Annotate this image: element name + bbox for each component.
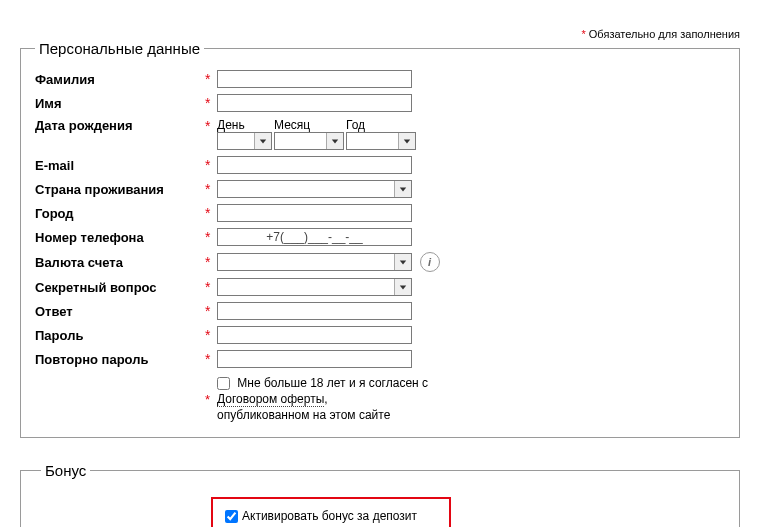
- label-lastname: Фамилия: [35, 72, 205, 87]
- label-phone: Номер телефона: [35, 230, 205, 245]
- svg-marker-1: [332, 139, 338, 143]
- required-star-icon: *: [205, 205, 217, 221]
- svg-marker-0: [260, 139, 266, 143]
- offer-contract-link[interactable]: Договором оферты: [217, 392, 324, 407]
- agreement-text-line1: Мне больше 18 лет и я согласен с: [237, 376, 428, 390]
- required-star-icon: *: [581, 28, 585, 40]
- email-input[interactable]: [217, 156, 412, 174]
- lastname-input[interactable]: [217, 70, 412, 88]
- personal-data-fieldset: Персональные данные Фамилия * Имя * Дата…: [20, 40, 740, 438]
- required-star-icon: *: [205, 95, 217, 111]
- required-star-icon: *: [205, 254, 217, 270]
- dob-day-header: День: [217, 118, 274, 132]
- dob-month-header: Месяц: [274, 118, 346, 132]
- dob-day-select[interactable]: [217, 132, 272, 150]
- label-city: Город: [35, 206, 205, 221]
- dob-year-header: Год: [346, 118, 416, 132]
- label-firstname: Имя: [35, 96, 205, 111]
- required-star-icon: *: [205, 327, 217, 343]
- required-note-text: Обязательно для заполнения: [589, 28, 740, 40]
- firstname-input[interactable]: [217, 94, 412, 112]
- required-star-icon: *: [205, 392, 217, 407]
- country-select[interactable]: [217, 180, 412, 198]
- chevron-down-icon: [254, 133, 271, 149]
- label-answer: Ответ: [35, 304, 205, 319]
- dob-month-select[interactable]: [274, 132, 344, 150]
- chevron-down-icon: [394, 181, 411, 197]
- personal-data-legend: Персональные данные: [35, 40, 204, 57]
- phone-input[interactable]: +7(___)___-__-__: [217, 228, 412, 246]
- label-password2: Повторно пароль: [35, 352, 205, 367]
- chevron-down-icon: [394, 254, 411, 270]
- info-icon[interactable]: i: [420, 252, 440, 272]
- required-star-icon: *: [205, 351, 217, 367]
- agreement-after-link: ,: [324, 392, 327, 406]
- svg-marker-2: [404, 139, 410, 143]
- password-confirm-input[interactable]: [217, 350, 412, 368]
- password-input[interactable]: [217, 326, 412, 344]
- label-dob: Дата рождения: [35, 118, 205, 133]
- agreement-checkbox[interactable]: [217, 377, 230, 390]
- svg-marker-4: [400, 260, 406, 264]
- label-currency: Валюта счета: [35, 255, 205, 270]
- secret-question-select[interactable]: [217, 278, 412, 296]
- chevron-down-icon: [394, 279, 411, 295]
- required-star-icon: *: [205, 181, 217, 197]
- label-password: Пароль: [35, 328, 205, 343]
- required-star-icon: *: [205, 71, 217, 87]
- chevron-down-icon: [326, 133, 343, 149]
- agreement-text-line2: опубликованном на этом сайте: [217, 408, 390, 422]
- activate-bonus-checkbox[interactable]: [225, 510, 238, 523]
- bonus-fieldset: Бонус Активировать бонус за депозит Прав…: [20, 462, 740, 527]
- activate-bonus-label: Активировать бонус за депозит: [242, 509, 417, 523]
- svg-marker-5: [400, 285, 406, 289]
- required-star-icon: *: [205, 279, 217, 295]
- dob-year-select[interactable]: [346, 132, 416, 150]
- required-star-icon: *: [205, 157, 217, 173]
- city-input[interactable]: [217, 204, 412, 222]
- label-secret-q: Секретный вопрос: [35, 280, 205, 295]
- required-star-icon: *: [205, 118, 217, 134]
- label-country: Страна проживания: [35, 182, 205, 197]
- chevron-down-icon: [398, 133, 415, 149]
- bonus-legend: Бонус: [41, 462, 90, 479]
- required-star-icon: *: [205, 229, 217, 245]
- required-note: * Обязательно для заполнения: [581, 28, 740, 40]
- svg-marker-3: [400, 187, 406, 191]
- label-email: E-mail: [35, 158, 205, 173]
- currency-select[interactable]: [217, 253, 412, 271]
- required-star-icon: *: [205, 303, 217, 319]
- bonus-highlight-box: Активировать бонус за депозит Правила и …: [211, 497, 451, 527]
- answer-input[interactable]: [217, 302, 412, 320]
